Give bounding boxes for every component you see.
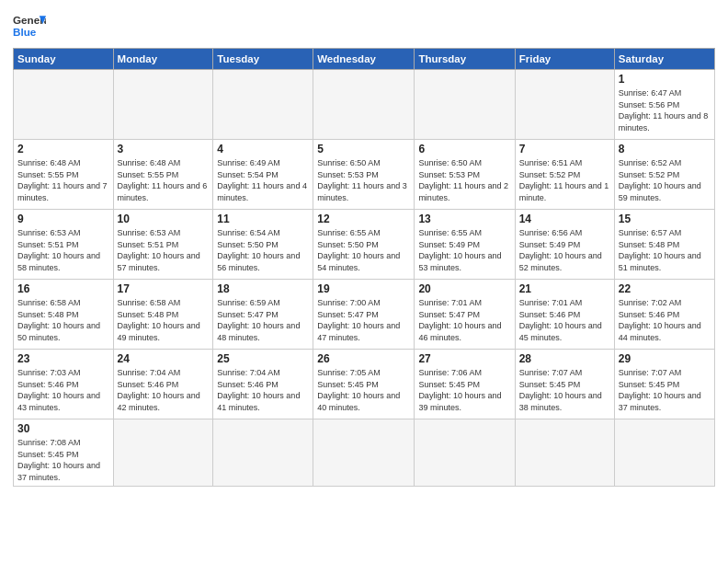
day-number: 18	[217, 282, 309, 295]
day-info: Sunrise: 6:57 AM Sunset: 5:48 PM Dayligh…	[619, 227, 711, 273]
day-number: 28	[519, 352, 610, 365]
day-info: Sunrise: 7:01 AM Sunset: 5:47 PM Dayligh…	[418, 297, 510, 343]
calendar-cell: 15Sunrise: 6:57 AM Sunset: 5:48 PM Dayli…	[614, 210, 714, 280]
day-number: 17	[118, 282, 210, 295]
calendar-cell	[313, 70, 415, 140]
day-number: 7	[519, 143, 610, 155]
day-info: Sunrise: 6:55 AM Sunset: 5:50 PM Dayligh…	[317, 227, 410, 273]
calendar-cell: 24Sunrise: 7:04 AM Sunset: 5:46 PM Dayli…	[113, 350, 213, 419]
weekday-header-monday: Monday	[113, 49, 213, 70]
calendar-cell: 10Sunrise: 6:53 AM Sunset: 5:51 PM Dayli…	[113, 210, 213, 280]
calendar-cell: 2Sunrise: 6:48 AM Sunset: 5:55 PM Daylig…	[14, 140, 114, 210]
calendar-cell: 6Sunrise: 6:50 AM Sunset: 5:53 PM Daylig…	[415, 140, 515, 210]
calendar-cell: 29Sunrise: 7:07 AM Sunset: 5:45 PM Dayli…	[614, 350, 714, 419]
day-info: Sunrise: 6:52 AM Sunset: 5:52 PM Dayligh…	[619, 157, 711, 203]
calendar-cell: 18Sunrise: 6:59 AM Sunset: 5:47 PM Dayli…	[213, 280, 313, 350]
week-row-3: 9Sunrise: 6:53 AM Sunset: 5:51 PM Daylig…	[14, 210, 715, 280]
week-row-6: 30Sunrise: 7:08 AM Sunset: 5:45 PM Dayli…	[14, 419, 715, 487]
day-number: 21	[519, 282, 610, 295]
day-number: 30	[17, 422, 109, 435]
calendar-cell: 4Sunrise: 6:49 AM Sunset: 5:54 PM Daylig…	[213, 140, 313, 210]
calendar-cell	[14, 70, 114, 140]
day-info: Sunrise: 7:07 AM Sunset: 5:45 PM Dayligh…	[619, 367, 711, 413]
day-number: 29	[619, 352, 711, 365]
calendar-cell: 14Sunrise: 6:56 AM Sunset: 5:49 PM Dayli…	[515, 210, 614, 280]
calendar-cell: 16Sunrise: 6:58 AM Sunset: 5:48 PM Dayli…	[14, 280, 114, 350]
calendar-table: SundayMondayTuesdayWednesdayThursdayFrid…	[13, 48, 715, 487]
day-info: Sunrise: 6:49 AM Sunset: 5:54 PM Dayligh…	[217, 157, 309, 203]
weekday-header-row: SundayMondayTuesdayWednesdayThursdayFrid…	[14, 49, 715, 70]
weekday-header-friday: Friday	[515, 49, 614, 70]
day-number: 26	[317, 352, 410, 365]
calendar-cell	[515, 419, 614, 487]
calendar-cell: 20Sunrise: 7:01 AM Sunset: 5:47 PM Dayli…	[415, 280, 515, 350]
calendar-cell: 28Sunrise: 7:07 AM Sunset: 5:45 PM Dayli…	[515, 350, 614, 419]
calendar-cell	[614, 419, 714, 487]
day-info: Sunrise: 7:04 AM Sunset: 5:46 PM Dayligh…	[217, 367, 309, 413]
week-row-2: 2Sunrise: 6:48 AM Sunset: 5:55 PM Daylig…	[14, 140, 715, 210]
calendar-cell: 1Sunrise: 6:47 AM Sunset: 5:56 PM Daylig…	[614, 70, 714, 140]
generalblue-logo-icon: General Blue	[13, 9, 46, 42]
calendar-cell: 3Sunrise: 6:48 AM Sunset: 5:55 PM Daylig…	[113, 140, 213, 210]
day-number: 24	[118, 352, 210, 365]
weekday-header-sunday: Sunday	[14, 49, 114, 70]
day-info: Sunrise: 7:08 AM Sunset: 5:45 PM Dayligh…	[17, 437, 109, 483]
header: General Blue	[13, 9, 715, 42]
calendar-cell: 30Sunrise: 7:08 AM Sunset: 5:45 PM Dayli…	[14, 419, 114, 487]
day-info: Sunrise: 7:03 AM Sunset: 5:46 PM Dayligh…	[17, 367, 109, 413]
day-number: 8	[619, 143, 711, 155]
day-number: 12	[317, 213, 410, 225]
calendar-cell: 9Sunrise: 6:53 AM Sunset: 5:51 PM Daylig…	[14, 210, 114, 280]
calendar-cell: 25Sunrise: 7:04 AM Sunset: 5:46 PM Dayli…	[213, 350, 313, 419]
day-number: 1	[619, 73, 711, 86]
day-info: Sunrise: 7:06 AM Sunset: 5:45 PM Dayligh…	[418, 367, 510, 413]
day-number: 2	[17, 143, 109, 155]
day-number: 11	[217, 213, 309, 225]
calendar-cell: 5Sunrise: 6:50 AM Sunset: 5:53 PM Daylig…	[313, 140, 415, 210]
day-number: 16	[17, 282, 109, 295]
calendar-cell: 19Sunrise: 7:00 AM Sunset: 5:47 PM Dayli…	[313, 280, 415, 350]
day-info: Sunrise: 6:50 AM Sunset: 5:53 PM Dayligh…	[317, 157, 410, 203]
week-row-5: 23Sunrise: 7:03 AM Sunset: 5:46 PM Dayli…	[14, 350, 715, 419]
calendar-cell: 23Sunrise: 7:03 AM Sunset: 5:46 PM Dayli…	[14, 350, 114, 419]
day-info: Sunrise: 7:01 AM Sunset: 5:46 PM Dayligh…	[519, 297, 610, 343]
calendar-cell: 8Sunrise: 6:52 AM Sunset: 5:52 PM Daylig…	[614, 140, 714, 210]
day-number: 13	[418, 213, 510, 225]
calendar-cell	[213, 70, 313, 140]
svg-text:Blue: Blue	[13, 26, 37, 38]
day-info: Sunrise: 7:00 AM Sunset: 5:47 PM Dayligh…	[317, 297, 410, 343]
calendar-cell	[515, 70, 614, 140]
day-info: Sunrise: 6:53 AM Sunset: 5:51 PM Dayligh…	[118, 227, 210, 273]
day-number: 3	[118, 143, 210, 155]
calendar-cell	[313, 419, 415, 487]
day-info: Sunrise: 6:51 AM Sunset: 5:52 PM Dayligh…	[519, 157, 610, 203]
day-number: 25	[217, 352, 309, 365]
calendar-cell: 22Sunrise: 7:02 AM Sunset: 5:46 PM Dayli…	[614, 280, 714, 350]
day-info: Sunrise: 6:48 AM Sunset: 5:55 PM Dayligh…	[17, 157, 109, 203]
weekday-header-thursday: Thursday	[415, 49, 515, 70]
day-number: 22	[619, 282, 711, 295]
day-info: Sunrise: 6:59 AM Sunset: 5:47 PM Dayligh…	[217, 297, 309, 343]
day-number: 15	[619, 213, 711, 225]
day-number: 9	[17, 213, 109, 225]
weekday-header-tuesday: Tuesday	[213, 49, 313, 70]
day-number: 19	[317, 282, 410, 295]
calendar-cell	[113, 419, 213, 487]
week-row-4: 16Sunrise: 6:58 AM Sunset: 5:48 PM Dayli…	[14, 280, 715, 350]
calendar-cell: 17Sunrise: 6:58 AM Sunset: 5:48 PM Dayli…	[113, 280, 213, 350]
calendar-cell: 7Sunrise: 6:51 AM Sunset: 5:52 PM Daylig…	[515, 140, 614, 210]
day-info: Sunrise: 6:58 AM Sunset: 5:48 PM Dayligh…	[118, 297, 210, 343]
day-info: Sunrise: 6:50 AM Sunset: 5:53 PM Dayligh…	[418, 157, 510, 203]
day-number: 23	[17, 352, 109, 365]
day-info: Sunrise: 6:53 AM Sunset: 5:51 PM Dayligh…	[17, 227, 109, 273]
calendar-cell: 21Sunrise: 7:01 AM Sunset: 5:46 PM Dayli…	[515, 280, 614, 350]
day-number: 4	[217, 143, 309, 155]
page: General Blue SundayMondayTuesdayWednesda…	[0, 0, 728, 563]
day-number: 10	[118, 213, 210, 225]
calendar-cell: 26Sunrise: 7:05 AM Sunset: 5:45 PM Dayli…	[313, 350, 415, 419]
day-info: Sunrise: 7:02 AM Sunset: 5:46 PM Dayligh…	[619, 297, 711, 343]
week-row-1: 1Sunrise: 6:47 AM Sunset: 5:56 PM Daylig…	[14, 70, 715, 140]
day-info: Sunrise: 6:47 AM Sunset: 5:56 PM Dayligh…	[619, 87, 711, 133]
day-number: 5	[317, 143, 410, 155]
calendar-cell: 11Sunrise: 6:54 AM Sunset: 5:50 PM Dayli…	[213, 210, 313, 280]
